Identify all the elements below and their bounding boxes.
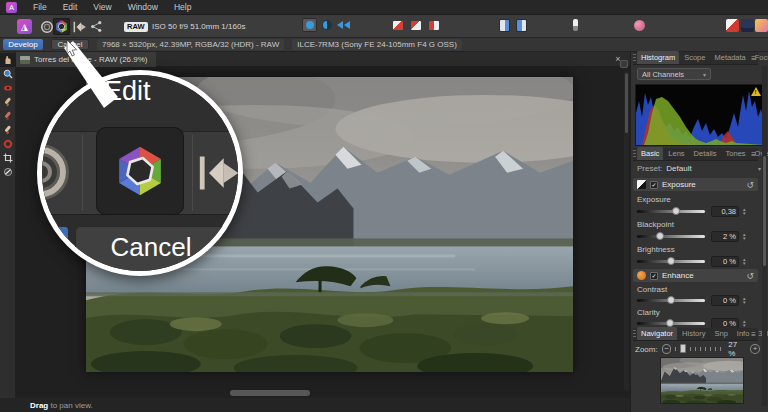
slider-thumb[interactable] <box>666 319 674 327</box>
slider-thumb[interactable] <box>667 257 675 265</box>
menu-help[interactable]: Help <box>174 2 191 12</box>
navigator-thumbnail[interactable] <box>661 358 743 403</box>
preset-row[interactable]: Preset: Default ▾ <box>637 164 761 173</box>
assistant-button[interactable] <box>568 18 583 32</box>
clip-shadows-button[interactable] <box>390 18 405 32</box>
panel-menu-icon[interactable]: ≡ <box>751 150 756 159</box>
exposure-section-header[interactable]: ✓ Exposure ↺ <box>633 178 758 191</box>
zoom-slider[interactable] <box>675 346 724 352</box>
export-persona-button[interactable] <box>88 18 105 35</box>
zoom-in-button[interactable]: + <box>750 344 760 354</box>
zoom-slider-thumb[interactable] <box>680 344 686 353</box>
clarity-slider[interactable] <box>637 322 705 325</box>
clipping-warning-icon[interactable]: ! <box>751 87 761 96</box>
panel-scrollbar[interactable] <box>762 66 767 406</box>
white-balance-icon <box>3 167 13 177</box>
after-view-button[interactable] <box>514 18 529 32</box>
overlay-erase-tool[interactable] <box>0 109 16 123</box>
tone-mapping-persona-button[interactable] <box>71 18 88 35</box>
scrollbar-button[interactable] <box>620 60 628 68</box>
mirror-view-button[interactable] <box>336 18 351 32</box>
split-view-button[interactable] <box>319 18 334 32</box>
zoom-tool[interactable] <box>0 67 16 81</box>
brightness-stepper[interactable]: ▴▾ <box>743 257 746 265</box>
blackpoint-slider[interactable] <box>637 235 705 238</box>
enhance-section-header[interactable]: ✓ Enhance ↺ <box>633 269 758 282</box>
panel-menu-icon[interactable]: ≡ <box>751 330 756 339</box>
panel-drag-handle[interactable] <box>633 330 636 338</box>
exposure-slider[interactable] <box>637 210 705 213</box>
tab-metadata[interactable]: Metadata <box>710 51 749 64</box>
enhance-section-title: Enhance <box>662 271 694 280</box>
blackpoint-value[interactable]: 2 % <box>711 231 739 242</box>
red-eye-removal-tool[interactable] <box>0 81 16 95</box>
document-tab-bar: Torres del Paine - RAW (26.9%) × <box>16 52 630 67</box>
tab-scope[interactable]: Scope <box>680 51 709 64</box>
image-info: 7968 × 5320px, 42.39MP, RGBA/32 (HDR) - … <box>97 39 284 50</box>
canvas-vertical-scrollbar[interactable] <box>624 71 629 391</box>
exposure-checkbox[interactable]: ✓ <box>650 181 658 189</box>
tab-histogram[interactable]: Histogram <box>637 51 679 64</box>
slider-thumb[interactable] <box>656 232 664 240</box>
tab-basic[interactable]: Basic <box>637 147 663 160</box>
overlay-gradient-button[interactable] <box>754 18 768 32</box>
slider-thumb[interactable] <box>672 207 680 215</box>
chevron-down-icon: ▾ <box>703 71 706 78</box>
white-balance-tool[interactable] <box>0 165 16 179</box>
overlay-red-button[interactable] <box>725 18 740 32</box>
contrast-stepper[interactable]: ▴▾ <box>743 296 746 304</box>
before-view-button[interactable] <box>497 18 512 32</box>
panel-drag-handle[interactable] <box>633 54 636 62</box>
brightness-value[interactable]: 0 % <box>711 256 739 267</box>
menu-view[interactable]: View <box>93 2 111 12</box>
develop-button[interactable]: Develop <box>3 39 43 50</box>
overlay-gradient-tool[interactable] <box>0 123 16 137</box>
single-view-button[interactable] <box>302 18 317 32</box>
clip-highlights-button[interactable] <box>408 18 423 32</box>
clip-tones-button[interactable] <box>426 18 441 32</box>
panel-menu-icon[interactable]: ≡ <box>751 54 756 63</box>
retouch-button[interactable] <box>632 18 647 32</box>
blackpoint-stepper[interactable]: ▴▾ <box>743 232 746 240</box>
contrast-value[interactable]: 0 % <box>711 295 739 306</box>
affinity-logo-icon: ◮ <box>16 18 33 35</box>
document-tab[interactable]: Torres del Paine - RAW (26.9%) <box>16 52 156 67</box>
brightness-slider-row: 0 % ▴▾ <box>637 255 760 267</box>
reset-icon[interactable]: ↺ <box>746 180 754 190</box>
clarity-stepper[interactable]: ▴▾ <box>743 319 746 327</box>
overlay-paint-tool[interactable] <box>0 95 16 109</box>
tab-lens[interactable]: Lens <box>664 147 688 160</box>
cancel-button[interactable]: Cancel <box>51 39 89 50</box>
tab-navigator[interactable]: Navigator <box>637 327 677 340</box>
panel-drag-handle[interactable] <box>633 150 636 158</box>
canvas-horizontal-scrollbar[interactable] <box>230 390 310 396</box>
slider-thumb[interactable] <box>667 296 675 304</box>
crop-tool[interactable] <box>0 151 16 165</box>
zoom-value[interactable]: 27 % <box>728 340 746 358</box>
tab-info[interactable]: Info <box>733 327 754 340</box>
tab-history[interactable]: History <box>678 327 709 340</box>
crop-icon <box>3 153 13 163</box>
document-title: Torres del Paine - RAW (26.9%) <box>34 55 148 64</box>
channels-dropdown[interactable]: All Channels ▾ <box>637 68 711 80</box>
zoom-out-button[interactable]: − <box>662 344 672 354</box>
menu-file[interactable]: File <box>33 2 47 12</box>
blemish-removal-tool[interactable] <box>0 137 16 151</box>
menu-edit[interactable]: Edit <box>63 2 78 12</box>
tab-details[interactable]: Details <box>690 147 721 160</box>
document-thumbnail-icon <box>20 56 30 64</box>
reset-icon[interactable]: ↺ <box>746 271 754 281</box>
view-hand-tool[interactable] <box>0 53 16 67</box>
brightness-slider[interactable] <box>637 260 705 263</box>
enhance-checkbox[interactable]: ✓ <box>650 272 658 280</box>
tab-snapshots[interactable]: Snp <box>710 327 731 340</box>
develop-persona-button[interactable] <box>53 18 70 35</box>
tab-tones[interactable]: Tones <box>722 147 750 160</box>
overlay-dark-button[interactable] <box>740 18 755 32</box>
mirror-view-icon <box>337 21 350 29</box>
menu-window[interactable]: Window <box>128 2 158 12</box>
contrast-slider[interactable] <box>637 299 705 302</box>
exposure-stepper[interactable]: ▴▾ <box>743 207 746 215</box>
exposure-value[interactable]: 0,38 <box>711 206 739 217</box>
overlay-gradient-icon <box>755 19 768 32</box>
